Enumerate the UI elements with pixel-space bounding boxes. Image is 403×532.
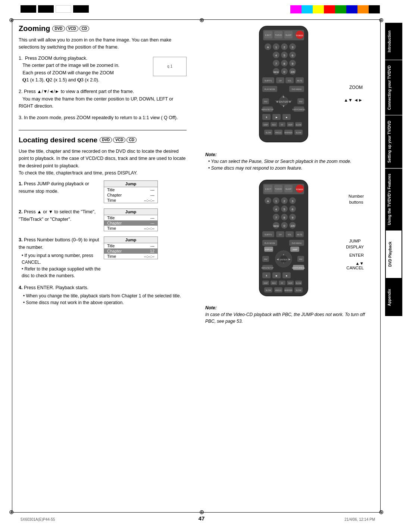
svg-text:FAV: FAV (299, 100, 303, 103)
border-right (380, 19, 381, 513)
svg-text:FAV: FAV (264, 100, 268, 103)
left-column: Zooming DVD VCD CD This unit will allow … (19, 24, 187, 310)
zoom-note-2: • Some discs may not respond to zoom fea… (208, 165, 366, 171)
svg-text:MENU/SETUP: MENU/SETUP (262, 267, 274, 269)
footer-right: 21/4/06, 12:14 PM (344, 517, 375, 522)
svg-text:6: 6 (292, 54, 294, 57)
svg-text:▲: ▲ (282, 95, 285, 98)
svg-text:SLOW: SLOW (296, 132, 302, 134)
svg-text:9: 9 (292, 62, 294, 65)
svg-text:7: 7 (275, 62, 277, 65)
locate-step-2: 2. Press ▲ or ▼ to select the "Time", "T… (19, 208, 187, 231)
svg-text:SUBTITL: SUBTITL (265, 233, 272, 236)
svg-text:◄: ◄ (275, 100, 278, 103)
tab-introduction[interactable]: Introduction (385, 22, 402, 60)
zoom-label: ZOOM (349, 85, 363, 90)
remote-bottom-area: EJECT TV/DVD SLEEP POWER A 1 2 3 4 5 (202, 178, 366, 301)
svg-text:SLEEP: SLEEP (285, 188, 292, 190)
border-left (12, 19, 12, 513)
svg-text:6: 6 (292, 208, 294, 211)
svg-text:■: ■ (286, 275, 287, 277)
svg-text:SKIP: SKIP (288, 282, 293, 284)
svg-text:ANGLE: ANGLE (275, 132, 282, 134)
svg-text:POWER: POWER (296, 188, 303, 191)
step4-bullets: • When you change the title, playback st… (19, 293, 187, 306)
reg-marks-top (21, 5, 89, 13)
svg-text:9: 9 (292, 216, 294, 219)
tab-connecting[interactable]: Connecting your TV/DVD (385, 60, 402, 115)
svg-text:A: A (267, 46, 269, 49)
svg-text:ANGLE: ANGLE (275, 289, 282, 291)
crosshair-tr: ⊕ (379, 16, 384, 24)
svg-text:DVD MENU: DVD MENU (292, 242, 302, 244)
locating-title: Locating desired scene DVD VCD CD (19, 136, 187, 144)
tab-dvd-playback[interactable]: DVD Playback (385, 230, 402, 279)
svg-text:SKIP: SKIP (263, 282, 268, 284)
crosshair-br: ⊕ (379, 508, 384, 516)
svg-text:MARKER: MARKER (284, 132, 293, 134)
svg-text:2: 2 (284, 46, 285, 49)
svg-text:PLAY MODE: PLAY MODE (265, 242, 275, 244)
svg-text:100: 100 (290, 225, 295, 227)
svg-text:DISPLAY: DISPLAY (265, 248, 273, 251)
svg-text:MUTE: MUTE (297, 80, 303, 82)
tab-appendix[interactable]: Appendix (385, 279, 402, 316)
crosshair-bl: ⊕ (9, 508, 14, 516)
svg-text:3: 3 (292, 200, 294, 203)
svg-text:0: 0 (284, 70, 285, 74)
zooming-title: Zooming DVD VCD CD (19, 24, 187, 33)
step4-bullet-2: • Some discs may not work in the above o… (23, 299, 187, 306)
locate-step2-table: Jump Title--- Chapter--- Time--:--:-- (104, 208, 158, 231)
svg-text:EASY/CANCEL: EASY/CANCEL (292, 267, 305, 269)
tab-setting-up[interactable]: Setting up your TV/DVD (385, 115, 402, 168)
locate-step1-table: Jump Title--- Chapter--- Time--:--:-- (104, 180, 158, 203)
remote-top-svg: EJECT TV/DVD SLEEP POWER A 1 2 3 (248, 24, 319, 148)
svg-text:EJECT: EJECT (265, 34, 271, 36)
tab-using[interactable]: Using the TV/DVD's Features (385, 168, 402, 230)
arrow-label: ▲▼ ◄► (344, 98, 363, 103)
svg-text:100: 100 (290, 71, 295, 73)
zoom-note: Note: • You can select the Pause, Slow o… (205, 151, 366, 171)
locate-note-text: In case of the Video-CD playback with PB… (205, 311, 366, 325)
svg-text:FAV: FAV (264, 258, 268, 260)
svg-text:■: ■ (286, 116, 287, 118)
svg-text:8: 8 (284, 216, 285, 219)
color-bar (290, 5, 380, 13)
svg-text:4: 4 (275, 208, 277, 211)
zoom-step3-num: 3. (19, 115, 22, 120)
svg-text:EJECT: EJECT (265, 188, 271, 190)
svg-text:CH: CH (279, 233, 282, 236)
svg-text:4: 4 (275, 54, 277, 57)
main-content: Zooming DVD VCD CD This unit will allow … (19, 24, 379, 508)
svg-text:▼: ▼ (282, 105, 285, 108)
svg-text:3: 3 (292, 46, 294, 49)
svg-text:MENU: MENU (274, 225, 279, 227)
svg-text:2: 2 (284, 200, 285, 203)
svg-text:►: ► (288, 257, 291, 261)
zooming-section: Zooming DVD VCD CD This unit will allow … (19, 24, 187, 122)
footer-left: 5X60301A(E)P44-55 (21, 517, 55, 522)
locate-step2-text: 2. Press ▲ or ▼ to select the "Time", "T… (19, 208, 101, 223)
svg-text:TV/DVD: TV/DVD (275, 188, 282, 190)
svg-text:⏸: ⏸ (265, 275, 268, 277)
svg-text:MARKER: MARKER (284, 289, 293, 291)
zoom-step-3: 3. In the zoom mode, press ZOOM repeated… (19, 114, 187, 121)
svg-text:SLOW: SLOW (296, 282, 302, 284)
locate-note: Note: In case of the Video-CD playback w… (205, 304, 366, 325)
locate-step-1: 1. Press JUMP during playback or resume … (19, 180, 187, 203)
svg-text:CH: CH (279, 80, 282, 82)
locate-step-4: 4. Press ENTER. Playback starts. • When … (19, 284, 187, 306)
remote-top-area: EJECT TV/DVD SLEEP POWER A 1 2 3 (202, 24, 366, 148)
svg-text:5: 5 (284, 208, 285, 211)
remote-bottom-svg: EJECT TV/DVD SLEEP POWER A 1 2 3 4 5 (248, 178, 319, 301)
svg-text:1: 1 (275, 46, 277, 49)
svg-text:5: 5 (284, 54, 285, 57)
border-top (12, 19, 381, 20)
step3-bullet-1: • If you input a wrong number, press CAN… (22, 252, 101, 266)
crosshair-tl: ⊕ (9, 16, 14, 24)
svg-text:FF: FF (281, 282, 283, 284)
step4-bullet-1: • When you change the title, playback st… (23, 293, 187, 299)
locating-section: Locating desired scene DVD VCD CD Use th… (19, 136, 187, 306)
zoom-step-1: 1. Press ZOOM during playback. The cente… (19, 55, 187, 84)
zooming-steps: 1. Press ZOOM during playback. The cente… (19, 55, 187, 122)
